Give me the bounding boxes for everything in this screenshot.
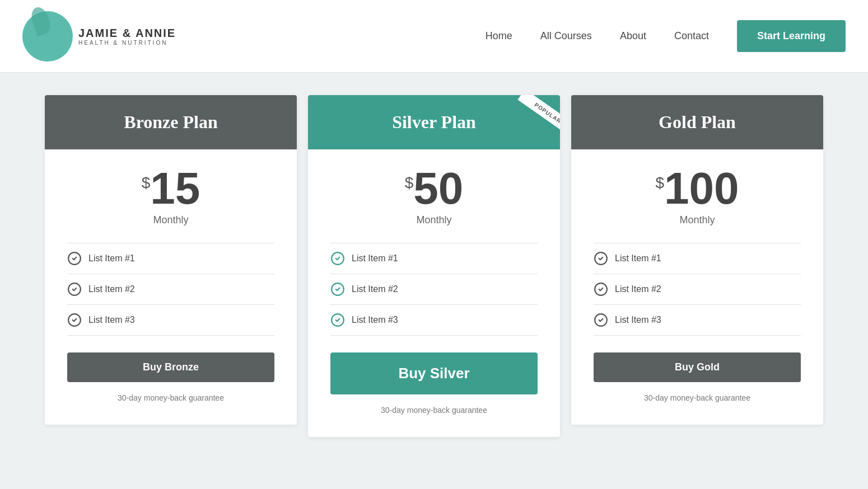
nav-all-courses[interactable]: All Courses <box>540 30 592 42</box>
check-icon <box>594 282 608 297</box>
feature-label: List Item #1 <box>88 253 135 264</box>
plan-body-bronze: $ 15 Monthly List Item #1 List <box>45 149 297 425</box>
feature-label: List Item #2 <box>352 284 398 294</box>
features-list-gold: List Item #1 List Item #2 List Item #3 <box>594 243 801 336</box>
plan-card-bronze: Bronze Plan $ 15 Monthly List Item #1 <box>45 95 297 425</box>
price-period-gold: Monthly <box>679 214 715 226</box>
feature-item: List Item #2 <box>594 274 801 305</box>
price-wrap-bronze: $ 15 <box>142 166 200 211</box>
price-amount-gold: 100 <box>664 166 739 211</box>
pricing-section: Bronze Plan $ 15 Monthly List Item #1 <box>0 73 868 459</box>
plan-body-gold: $ 100 Monthly List Item #1 List <box>571 149 823 425</box>
feature-item: List Item #1 <box>330 243 538 274</box>
price-wrap-gold: $ 100 <box>655 166 739 211</box>
plan-body-silver: $ 50 Monthly List Item #1 List <box>308 149 560 437</box>
price-currency-bronze: $ <box>142 174 151 192</box>
buy-button-silver[interactable]: Buy Silver <box>330 352 538 394</box>
plan-title-silver: Silver Plan <box>392 112 476 132</box>
navbar: JAMIE & ANNIE HEALTH & NUTRITION Home Al… <box>0 0 868 73</box>
feature-item: List Item #1 <box>594 243 801 274</box>
price-period-bronze: Monthly <box>153 214 188 226</box>
check-icon <box>330 251 345 266</box>
feature-item: List Item #3 <box>67 305 274 336</box>
logo-title: JAMIE & ANNIE <box>78 26 176 40</box>
price-wrap-silver: $ 50 <box>405 166 464 211</box>
feature-item: List Item #3 <box>594 305 801 336</box>
check-icon <box>594 251 608 266</box>
price-period-silver: Monthly <box>416 214 451 226</box>
logo-subtitle: HEALTH & NUTRITION <box>78 40 176 46</box>
nav-links: Home All Courses About Contact Start Lea… <box>486 20 846 52</box>
check-icon <box>67 282 82 297</box>
start-learning-button[interactable]: Start Learning <box>737 20 846 52</box>
feature-label: List Item #2 <box>615 284 661 294</box>
logo: JAMIE & ANNIE HEALTH & NUTRITION <box>22 11 176 62</box>
nav-home[interactable]: Home <box>486 30 512 42</box>
logo-icon <box>22 11 73 62</box>
price-amount-silver: 50 <box>413 166 463 211</box>
plan-card-gold: Gold Plan $ 100 Monthly List Item #1 <box>571 95 823 425</box>
nav-contact[interactable]: Contact <box>674 30 709 42</box>
check-icon <box>330 313 345 327</box>
feature-item: List Item #3 <box>330 305 538 336</box>
feature-item: List Item #2 <box>330 274 538 305</box>
feature-item: List Item #1 <box>67 243 274 274</box>
feature-item: List Item #2 <box>67 274 274 305</box>
feature-label: List Item #3 <box>352 315 398 325</box>
logo-text-block: JAMIE & ANNIE HEALTH & NUTRITION <box>78 26 176 46</box>
guarantee-bronze: 30-day money-back guarantee <box>118 393 224 402</box>
plan-header-silver: Silver Plan POPULAR <box>308 95 560 149</box>
nav-about[interactable]: About <box>620 30 646 42</box>
features-list-bronze: List Item #1 List Item #2 List Item #3 <box>67 243 274 336</box>
plan-card-silver: Silver Plan POPULAR $ 50 Monthly List It… <box>308 95 560 437</box>
price-currency-silver: $ <box>405 174 414 192</box>
price-amount-bronze: 15 <box>150 166 200 211</box>
features-list-silver: List Item #1 List Item #2 List Item #3 <box>330 243 538 336</box>
feature-label: List Item #1 <box>352 253 398 264</box>
feature-label: List Item #3 <box>615 315 661 325</box>
popular-ribbon: POPULAR <box>517 95 560 132</box>
buy-button-gold[interactable]: Buy Gold <box>594 352 801 382</box>
plan-header-gold: Gold Plan <box>571 95 823 149</box>
feature-label: List Item #2 <box>88 284 135 294</box>
check-icon <box>594 313 608 327</box>
price-currency-gold: $ <box>655 174 664 192</box>
feature-label: List Item #1 <box>615 253 661 264</box>
buy-button-bronze[interactable]: Buy Bronze <box>67 352 274 382</box>
plan-title-gold: Gold Plan <box>659 112 736 132</box>
guarantee-silver: 30-day money-back guarantee <box>381 406 487 415</box>
feature-label: List Item #3 <box>88 315 135 325</box>
check-icon <box>330 282 345 297</box>
guarantee-gold: 30-day money-back guarantee <box>644 393 750 402</box>
check-icon <box>67 313 82 327</box>
check-icon <box>67 251 82 266</box>
plan-header-bronze: Bronze Plan <box>45 95 297 149</box>
plan-title-bronze: Bronze Plan <box>124 112 217 132</box>
